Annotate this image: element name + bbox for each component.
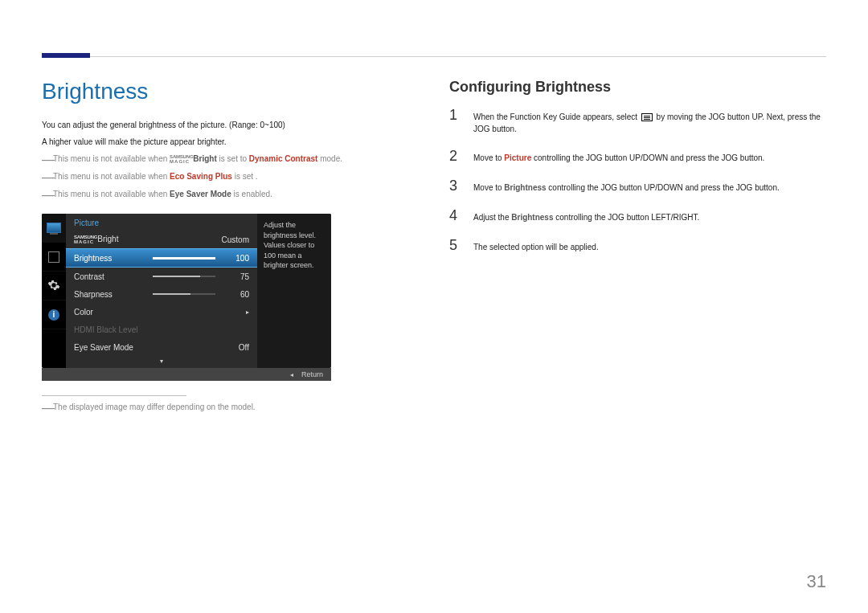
osd-sharpness-label: Sharpness bbox=[74, 290, 148, 299]
osd-sharpness-value: 60 bbox=[220, 290, 249, 299]
note-3-pre: This menu is not available when bbox=[53, 190, 170, 198]
step-3-pre: Move to bbox=[473, 183, 504, 192]
osd-magic-bright-label: Bright bbox=[97, 235, 118, 243]
left-column: Brightness You can adjust the general br… bbox=[42, 79, 419, 419]
box-icon bbox=[48, 251, 59, 263]
osd-color-label: Color bbox=[74, 308, 148, 317]
step-number: 3 bbox=[449, 178, 462, 194]
page-top-rule bbox=[42, 56, 826, 57]
note-1-dc: Dynamic Contrast bbox=[249, 154, 318, 163]
osd-return-label[interactable]: Return bbox=[301, 370, 323, 378]
note-2: ― This menu is not available when Eco Sa… bbox=[42, 170, 419, 185]
dash-icon: ― bbox=[42, 170, 53, 185]
page-top-accent bbox=[42, 53, 90, 58]
step-number: 4 bbox=[449, 207, 462, 224]
osd-eye-label: Eye Saver Mode bbox=[74, 343, 220, 352]
osd-description: Adjust the brightness level. Values clos… bbox=[257, 214, 331, 368]
step-5-text: The selected option will be applied. bbox=[473, 237, 599, 254]
step-number: 5 bbox=[449, 237, 462, 254]
osd-footer: ◂ Return bbox=[42, 368, 331, 381]
footnote-text: The displayed image may differ depending… bbox=[53, 401, 419, 415]
menu-icon bbox=[641, 113, 653, 121]
footnote: ― The displayed image may differ dependi… bbox=[42, 401, 419, 415]
step-2: 2 Move to Picture controlling the JOG bu… bbox=[449, 148, 826, 165]
intro-line-1: You can adjust the general brightness of… bbox=[42, 119, 419, 131]
osd-eye-value: Off bbox=[220, 343, 249, 352]
step-3-post: controlling the JOG button UP/DOWN and p… bbox=[547, 183, 780, 192]
note-1-mid: is set to bbox=[217, 154, 249, 163]
step-3-bold: Brightness bbox=[504, 183, 546, 192]
step-4: 4 Adjust the Brightness controlling the … bbox=[449, 207, 826, 224]
step-number: 2 bbox=[449, 148, 462, 165]
osd-brightness-label: Brightness bbox=[74, 254, 148, 263]
osd-row-magic-bright[interactable]: SAMSUNGMAGICBright Custom bbox=[66, 231, 257, 248]
note-3: ― This menu is not available when Eye Sa… bbox=[42, 188, 419, 202]
step-2-pre: Move to bbox=[473, 153, 504, 162]
osd-return-arrow-icon[interactable]: ◂ bbox=[290, 371, 293, 378]
samsung-magic-label: SAMSUNGMAGIC bbox=[170, 154, 193, 164]
note-1-bright: Bright bbox=[193, 154, 216, 163]
step-3: 3 Move to Brightness controlling the JOG… bbox=[449, 178, 826, 194]
osd-row-brightness[interactable]: Brightness 100 bbox=[66, 248, 257, 268]
section-title: Brightness bbox=[42, 79, 419, 104]
osd-magic-bright-value: Custom bbox=[209, 235, 249, 244]
info-icon: i bbox=[48, 309, 59, 321]
note-1-pre: This menu is not available when bbox=[53, 154, 170, 163]
step-5: 5 The selected option will be applied. bbox=[449, 237, 826, 254]
monitor-icon bbox=[47, 223, 61, 233]
subsection-title: Configuring Brightness bbox=[449, 79, 826, 96]
osd-row-color[interactable]: Color ▸ bbox=[66, 303, 257, 321]
footnote-rule bbox=[42, 395, 186, 396]
osd-contrast-value: 75 bbox=[220, 272, 249, 281]
gear-icon bbox=[47, 279, 60, 293]
osd-sidebar-system[interactable] bbox=[42, 272, 66, 300]
note-2-pre: This menu is not available when bbox=[53, 172, 170, 181]
osd-row-hdmi: HDMI Black Level bbox=[66, 321, 257, 338]
step-2-bold: Picture bbox=[504, 153, 531, 162]
note-2-post: is set . bbox=[232, 172, 258, 181]
note-3-bold: Eye Saver Mode bbox=[170, 190, 231, 198]
note-2-bold: Eco Saving Plus bbox=[170, 172, 232, 181]
step-4-pre: Adjust the bbox=[473, 213, 511, 222]
osd-sidebar-onscreen[interactable] bbox=[42, 243, 66, 272]
osd-sharpness-bar bbox=[153, 293, 215, 295]
osd-scroll-down-icon[interactable]: ▾ bbox=[66, 356, 257, 368]
step-1-pre: When the Function Key Guide appears, sel… bbox=[473, 112, 640, 121]
osd-row-contrast[interactable]: Contrast 75 bbox=[66, 268, 257, 285]
osd-hdmi-label: HDMI Black Level bbox=[74, 325, 249, 334]
dash-icon: ― bbox=[42, 153, 53, 167]
step-number: 1 bbox=[449, 107, 462, 135]
osd-contrast-label: Contrast bbox=[74, 272, 148, 281]
osd-list: Picture SAMSUNGMAGICBright Custom Bright… bbox=[66, 214, 257, 368]
osd-header: Picture bbox=[66, 214, 257, 231]
step-4-bold: Brightness bbox=[511, 213, 553, 222]
osd-sidebar-info[interactable]: i bbox=[42, 300, 66, 329]
chevron-right-icon: ▸ bbox=[220, 309, 249, 316]
step-1: 1 When the Function Key Guide appears, s… bbox=[449, 107, 826, 135]
dash-icon: ― bbox=[42, 188, 53, 202]
intro-line-2: A higher value will make the picture app… bbox=[42, 136, 419, 148]
osd-sidebar: i bbox=[42, 214, 66, 368]
step-4-post: controlling the JOG button LEFT/RIGHT. bbox=[554, 213, 700, 222]
osd-brightness-bar bbox=[153, 257, 215, 260]
page-number: 31 bbox=[807, 571, 826, 592]
note-3-post: is enabled. bbox=[231, 190, 272, 198]
osd-screenshot: i Picture SAMSUNGMAGICBright Custom Brig… bbox=[42, 214, 419, 381]
osd-brightness-value: 100 bbox=[220, 254, 249, 263]
osd-row-eye-saver[interactable]: Eye Saver Mode Off bbox=[66, 338, 257, 356]
osd-row-sharpness[interactable]: Sharpness 60 bbox=[66, 285, 257, 303]
step-list: 1 When the Function Key Guide appears, s… bbox=[449, 107, 826, 254]
note-1: ― This menu is not available when SAMSUN… bbox=[42, 153, 419, 167]
dash-icon: ― bbox=[42, 401, 53, 415]
step-2-post: controlling the JOG button UP/DOWN and p… bbox=[531, 153, 764, 162]
osd-sidebar-picture[interactable] bbox=[42, 214, 66, 243]
right-column: Configuring Brightness 1 When the Functi… bbox=[449, 79, 826, 419]
osd-contrast-bar bbox=[153, 276, 215, 277]
note-1-post: mode. bbox=[317, 154, 342, 163]
